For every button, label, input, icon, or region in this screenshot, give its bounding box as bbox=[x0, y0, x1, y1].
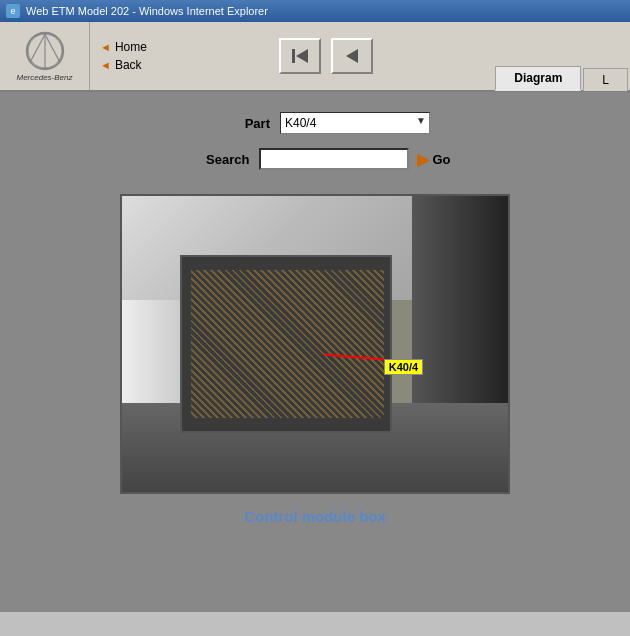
main-content: Part K40/4 K40/1 K40/2 K40/3 Search ▶ Go bbox=[0, 92, 630, 612]
part-select-wrapper: K40/4 K40/1 K40/2 K40/3 bbox=[280, 112, 430, 134]
nav-buttons: ◄ Home ◄ Back bbox=[90, 22, 157, 90]
browser-icon: e bbox=[6, 4, 20, 18]
svg-marker-8 bbox=[346, 49, 358, 63]
window-title: Web ETM Model 202 - Windows Internet Exp… bbox=[26, 5, 268, 17]
back-label: Back bbox=[115, 58, 142, 72]
go-label: Go bbox=[432, 152, 450, 167]
skip-back-icon bbox=[288, 44, 312, 68]
tab-area: Diagram L bbox=[495, 65, 630, 90]
engine-wires bbox=[191, 270, 384, 418]
back-button[interactable]: ◄ Back bbox=[100, 58, 147, 72]
engine-bay: K40/4 bbox=[122, 196, 508, 492]
title-bar: e Web ETM Model 202 - Windows Internet E… bbox=[0, 0, 630, 22]
home-button[interactable]: ◄ Home bbox=[100, 40, 147, 54]
home-arrow-icon: ◄ bbox=[100, 41, 111, 53]
part-select[interactable]: K40/4 K40/1 K40/2 K40/3 bbox=[280, 112, 430, 134]
back-nav-button[interactable] bbox=[331, 38, 373, 74]
part-tag-label: K40/4 bbox=[384, 359, 423, 375]
go-arrow-icon: ▶ bbox=[417, 150, 429, 169]
logo-text: Mercedes-Benz bbox=[16, 73, 72, 82]
tab-l[interactable]: L bbox=[583, 68, 628, 91]
nav-bar: Mercedes-Benz ◄ Home ◄ Back Diagram bbox=[0, 22, 630, 92]
tab-diagram[interactable]: Diagram bbox=[495, 66, 581, 91]
logo-area: Mercedes-Benz bbox=[0, 22, 90, 90]
part-label: Part bbox=[200, 116, 270, 131]
back-arrow-icon: ◄ bbox=[100, 59, 111, 71]
home-label: Home bbox=[115, 40, 147, 54]
skip-back-button[interactable] bbox=[279, 38, 321, 74]
nav-controls bbox=[157, 22, 495, 90]
search-row: Search ▶ Go bbox=[40, 148, 590, 170]
search-input[interactable] bbox=[259, 148, 409, 170]
svg-marker-7 bbox=[296, 49, 308, 63]
engine-image-container: K40/4 bbox=[120, 194, 510, 494]
image-caption: Control module box bbox=[244, 508, 386, 525]
search-label: Search bbox=[179, 152, 249, 167]
go-button[interactable]: ▶ Go bbox=[417, 150, 450, 169]
mercedes-logo bbox=[25, 31, 65, 71]
svg-rect-6 bbox=[292, 49, 295, 63]
back-nav-icon bbox=[340, 44, 364, 68]
part-row: Part K40/4 K40/1 K40/2 K40/3 bbox=[40, 112, 590, 134]
